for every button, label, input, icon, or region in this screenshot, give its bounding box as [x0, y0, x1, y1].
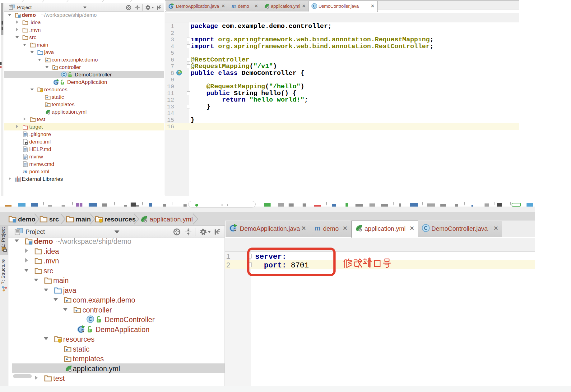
svg-text:C: C	[178, 71, 180, 74]
